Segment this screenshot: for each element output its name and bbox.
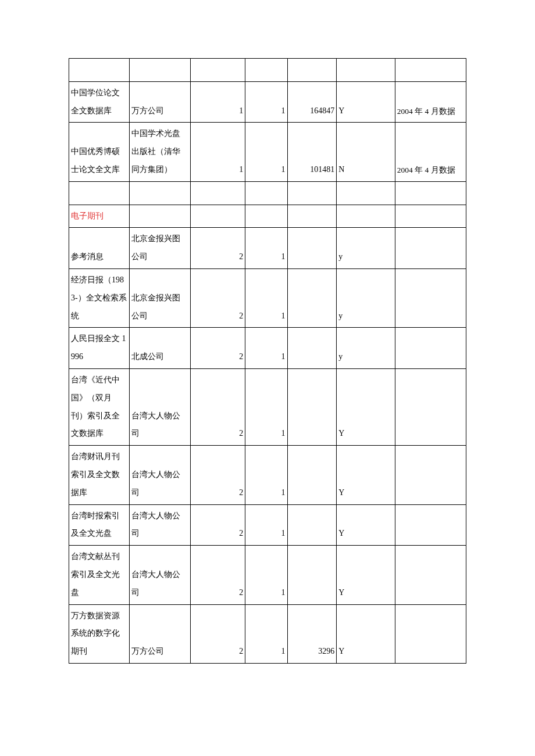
col-note (395, 504, 466, 546)
col-flag: Y (337, 546, 395, 604)
col-name: 参考消息 (69, 228, 130, 269)
col-num-a: 2 (190, 504, 245, 546)
table-row: 人民日报全文 1996北成公司21 y (69, 328, 466, 369)
col-note (395, 604, 466, 663)
col-publisher: 北京金报兴图公司 (130, 268, 190, 327)
col-name: 万方数据资源系统的数字化期刊 (69, 604, 130, 663)
col-num-a (190, 181, 245, 205)
table-row: 台湾《近代中国》（双月刊）索引及全文数据库台湾大人物公司21 Y (69, 368, 466, 445)
col-note (395, 368, 466, 445)
table-row: 万方数据资源系统的数字化期刊万方公司213296Y (69, 604, 466, 663)
col-num-b: 1 (245, 546, 287, 604)
table-row: 中国优秀博硕士论文全文库中国学术光盘出版社（清华同方集团）11101481 N2… (69, 123, 466, 181)
col-num-b (245, 59, 287, 82)
col-flag: Y (337, 446, 395, 504)
col-note (395, 205, 466, 228)
col-num-c (287, 228, 337, 269)
col-num-b (245, 181, 287, 205)
col-flag: y (337, 268, 395, 327)
col-num-c (287, 328, 337, 369)
col-flag: y (337, 228, 395, 269)
data-table: 中国学位论文全文数据库万方公司11164847Y2004 年 4 月数据中国优秀… (69, 58, 466, 664)
col-num-b: 1 (245, 123, 287, 181)
table-body: 中国学位论文全文数据库万方公司11164847Y2004 年 4 月数据中国优秀… (69, 59, 466, 664)
table-row: 参考消息北京金报兴图公司21 y (69, 228, 466, 269)
col-num-a (190, 205, 245, 228)
col-num-b: 1 (245, 504, 287, 546)
col-flag: Y (337, 81, 395, 123)
col-num-a: 2 (190, 328, 245, 369)
col-num-a: 2 (190, 446, 245, 504)
table-row: 中国学位论文全文数据库万方公司11164847Y2004 年 4 月数据 (69, 81, 466, 123)
col-note (395, 228, 466, 269)
col-note (395, 446, 466, 504)
table-row (69, 181, 466, 205)
col-flag: Y (337, 604, 395, 663)
col-num-c (287, 446, 337, 504)
table-row: 经济日报（1983-）全文检索系统北京金报兴图公司21 y (69, 268, 466, 327)
col-num-c (287, 504, 337, 546)
col-num-c (287, 181, 337, 205)
col-publisher: 中国学术光盘出版社（清华同方集团） (130, 123, 190, 181)
col-name: 电子期刊 (69, 205, 130, 228)
col-num-a: 1 (190, 123, 245, 181)
col-num-a: 2 (190, 228, 245, 269)
col-note (395, 181, 466, 205)
document-page: 中国学位论文全文数据库万方公司11164847Y2004 年 4 月数据中国优秀… (0, 0, 535, 751)
table-row: 台湾时报索引及全文光盘台湾大人物公司21 Y (69, 504, 466, 546)
col-num-c: 164847 (287, 81, 337, 123)
col-num-c (287, 546, 337, 604)
col-note (395, 59, 466, 82)
col-publisher (130, 205, 190, 228)
col-note (395, 546, 466, 604)
table-row: 台湾文献丛刊索引及全文光盘台湾大人物公司21 Y (69, 546, 466, 604)
col-flag (337, 181, 395, 205)
col-flag: Y (337, 504, 395, 546)
col-name: 台湾时报索引及全文光盘 (69, 504, 130, 546)
col-num-b: 1 (245, 328, 287, 369)
col-num-b (245, 205, 287, 228)
col-num-a: 2 (190, 368, 245, 445)
col-num-c (287, 268, 337, 327)
col-note: 2004 年 4 月数据 (395, 123, 466, 181)
col-note (395, 268, 466, 327)
col-publisher: 北成公司 (130, 328, 190, 369)
col-publisher: 万方公司 (130, 604, 190, 663)
col-publisher: 万方公司 (130, 81, 190, 123)
col-num-b: 1 (245, 81, 287, 123)
table-row (69, 59, 466, 82)
col-num-b: 1 (245, 268, 287, 327)
col-name: 经济日报（1983-）全文检索系统 (69, 268, 130, 327)
col-num-a: 2 (190, 604, 245, 663)
col-note (395, 328, 466, 369)
col-flag (337, 59, 395, 82)
col-name: 中国优秀博硕士论文全文库 (69, 123, 130, 181)
col-name: 台湾《近代中国》（双月刊）索引及全文数据库 (69, 368, 130, 445)
col-flag: y (337, 328, 395, 369)
table-row: 台湾财讯月刊索引及全文数据库台湾大人物公司21 Y (69, 446, 466, 504)
col-num-b: 1 (245, 228, 287, 269)
col-flag: N (337, 123, 395, 181)
col-name (69, 181, 130, 205)
col-num-c: 101481 (287, 123, 337, 181)
col-name (69, 59, 130, 82)
col-name: 台湾文献丛刊索引及全文光盘 (69, 546, 130, 604)
col-num-c: 3296 (287, 604, 337, 663)
col-num-a: 2 (190, 268, 245, 327)
col-num-b: 1 (245, 446, 287, 504)
col-publisher (130, 59, 190, 82)
col-num-c (287, 368, 337, 445)
col-num-b: 1 (245, 368, 287, 445)
col-num-a: 1 (190, 81, 245, 123)
col-num-b: 1 (245, 604, 287, 663)
col-publisher (130, 181, 190, 205)
col-num-a (190, 59, 245, 82)
col-publisher: 台湾大人物公司 (130, 446, 190, 504)
table-row: 电子期刊 (69, 205, 466, 228)
col-name: 中国学位论文全文数据库 (69, 81, 130, 123)
col-publisher: 台湾大人物公司 (130, 504, 190, 546)
col-publisher: 台湾大人物公司 (130, 368, 190, 445)
col-num-a: 2 (190, 546, 245, 604)
col-publisher: 北京金报兴图公司 (130, 228, 190, 269)
col-num-c (287, 205, 337, 228)
